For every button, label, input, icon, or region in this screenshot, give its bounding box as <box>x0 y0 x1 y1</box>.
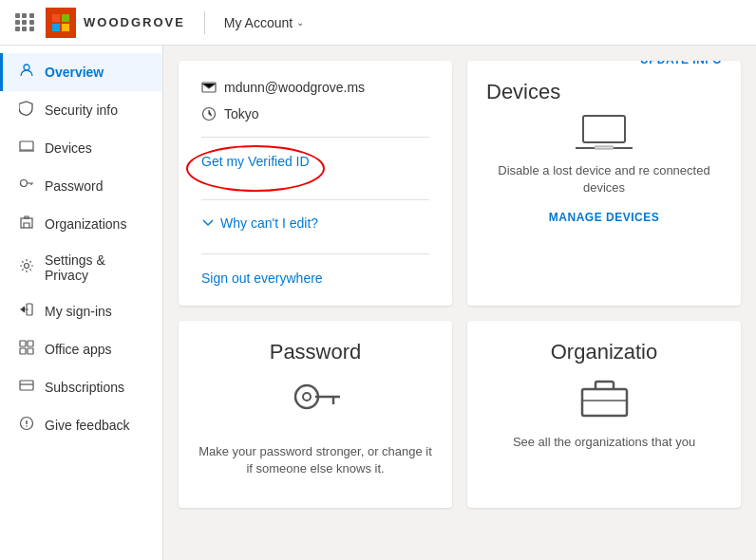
svg-rect-20 <box>595 146 614 149</box>
update-info-link[interactable]: UPDATE INFO <box>640 61 722 66</box>
divider2 <box>201 199 429 200</box>
sidebar-item-devices[interactable]: Devices <box>0 129 162 167</box>
svg-point-16 <box>26 425 28 427</box>
svg-point-6 <box>21 180 28 187</box>
sidebar-item-label: Settings & Privacy <box>45 252 147 283</box>
devices-card-header: Devices UPDATE INFO <box>486 80 722 104</box>
signin-icon <box>18 302 35 321</box>
sidebar-item-give-feedback[interactable]: Give feedback <box>0 406 162 444</box>
password-key-icon <box>290 376 342 428</box>
cards-grid: mdunn@woodgrove.ms Tokyo Get my Verified… <box>179 61 741 508</box>
svg-rect-5 <box>20 141 33 150</box>
sidebar-item-overview[interactable]: Overview <box>0 53 162 91</box>
profile-location-text: Tokyo <box>224 106 259 121</box>
manage-devices-link[interactable]: MANAGE DEVICES <box>549 211 659 224</box>
email-icon <box>201 80 217 95</box>
sidebar-item-label: Password <box>45 178 103 194</box>
sidebar-item-label: My sign-ins <box>45 304 112 319</box>
sidebar-item-settings-privacy[interactable]: Settings & Privacy <box>0 243 162 292</box>
sidebar-item-label: Overview <box>45 65 104 80</box>
sign-out-everywhere-link[interactable]: Sign out everywhere <box>201 271 323 286</box>
feedback-icon <box>18 416 35 435</box>
my-account-label: My Account <box>224 15 293 30</box>
svg-rect-2 <box>52 24 60 31</box>
logo-text: WOODGROVE <box>84 15 185 29</box>
svg-rect-13 <box>28 348 33 354</box>
password-description: Make your password stronger, or change i… <box>198 443 433 477</box>
gear-icon <box>18 258 35 277</box>
logo-area: WOODGROVE <box>46 8 185 38</box>
grid-icon <box>18 340 35 359</box>
logo-icon <box>51 13 70 32</box>
profile-location: Tokyo <box>201 106 429 121</box>
devices-laptop-icon <box>576 112 633 155</box>
svg-rect-11 <box>28 341 33 346</box>
password-card: Password Make your password stronger, or… <box>179 321 452 508</box>
person-icon <box>18 63 35 82</box>
profile-email-text: mdunn@woodgrove.ms <box>224 80 365 95</box>
sidebar-item-label: Organizations <box>45 216 126 232</box>
profile-card-inner: mdunn@woodgrove.ms Tokyo Get my Verified… <box>179 61 452 306</box>
sidebar-item-subscriptions[interactable]: Subscriptions <box>0 368 162 406</box>
verified-id-wrapper: Get my Verified ID <box>201 153 310 184</box>
laptop-icon <box>18 139 35 158</box>
svg-rect-23 <box>582 389 627 416</box>
svg-rect-10 <box>20 341 26 346</box>
logo-box <box>46 8 76 38</box>
topnav: WOODGROVE My Account ⌄ <box>0 0 756 46</box>
key-icon <box>18 177 35 196</box>
svg-point-21 <box>295 385 318 408</box>
get-verified-id-button[interactable]: Get my Verified ID <box>201 154 310 169</box>
svg-point-22 <box>303 393 311 401</box>
layout: Overview Security info Devices Password <box>0 46 756 560</box>
chevron-down-icon <box>201 216 215 230</box>
chevron-down-icon: ⌄ <box>296 17 304 28</box>
sidebar: Overview Security info Devices Password <box>0 46 163 560</box>
svg-rect-0 <box>52 14 60 22</box>
svg-rect-1 <box>62 14 69 22</box>
sidebar-item-organizations[interactable]: Organizations <box>0 205 162 243</box>
my-account-nav[interactable]: My Account ⌄ <box>224 15 304 30</box>
orgs-description: See all the organizations that you <box>486 434 722 451</box>
organizations-card: Organizatio See all the organizations th… <box>467 321 741 508</box>
orgs-card-title: Organizatio <box>486 340 722 364</box>
clock-icon <box>201 106 217 121</box>
svg-point-8 <box>25 264 29 269</box>
svg-rect-14 <box>20 381 33 390</box>
divider3 <box>201 253 429 254</box>
main-content: mdunn@woodgrove.ms Tokyo Get my Verified… <box>163 46 756 560</box>
sidebar-item-office-apps[interactable]: Office apps <box>0 330 162 368</box>
svg-rect-19 <box>583 116 625 142</box>
building-icon <box>18 215 35 233</box>
devices-card-title: Devices <box>486 80 560 103</box>
sidebar-item-security-info[interactable]: Security info <box>0 91 162 129</box>
card-icon <box>18 378 35 397</box>
sidebar-item-password[interactable]: Password <box>0 167 162 205</box>
profile-card: mdunn@woodgrove.ms Tokyo Get my Verified… <box>179 61 452 306</box>
sidebar-item-label: Office apps <box>45 342 112 357</box>
waffle-menu-icon[interactable] <box>15 13 34 32</box>
svg-rect-12 <box>20 348 26 354</box>
sidebar-item-label: Subscriptions <box>45 380 124 395</box>
svg-rect-3 <box>62 24 69 31</box>
divider <box>201 137 429 138</box>
why-edit-label: Why can't I edit? <box>220 215 318 231</box>
sidebar-item-label: Security info <box>45 103 118 118</box>
sidebar-item-my-sign-ins[interactable]: My sign-ins <box>0 292 162 330</box>
profile-email: mdunn@woodgrove.ms <box>201 80 429 95</box>
sidebar-item-label: Devices <box>45 140 92 156</box>
password-card-title: Password <box>198 340 433 364</box>
devices-description: Disable a lost device and re connected d… <box>486 162 722 196</box>
why-cant-edit-toggle[interactable]: Why can't I edit? <box>201 215 429 231</box>
sidebar-item-label: Give feedback <box>45 418 130 433</box>
svg-point-4 <box>24 65 29 70</box>
nav-divider <box>204 11 205 34</box>
devices-card: Devices UPDATE INFO Disable a lost devic… <box>467 61 741 306</box>
shield-icon <box>18 101 35 120</box>
organizations-briefcase-icon <box>578 376 631 419</box>
